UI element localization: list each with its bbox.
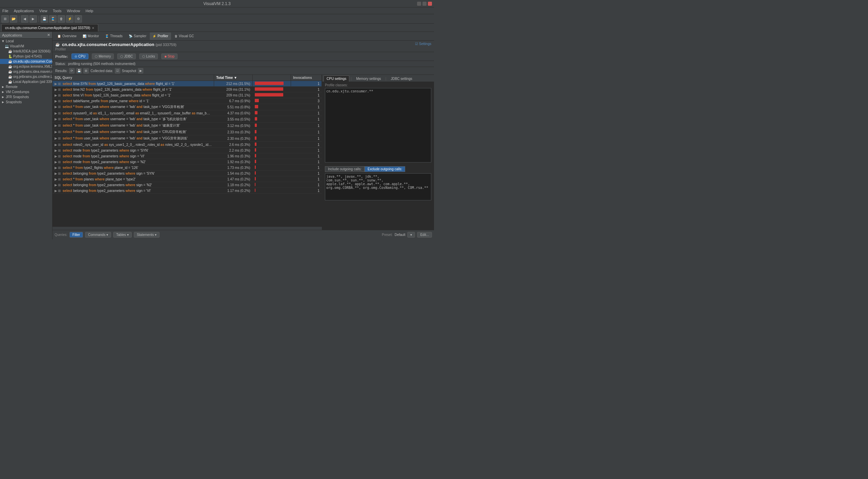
table-row[interactable]: ▶⊞ select belonging from type2_parameter… — [53, 171, 322, 176]
table-row[interactable]: ▶⊞ select tableName_prefix from plane_na… — [53, 98, 322, 104]
expand-arrow[interactable]: ▶ — [55, 154, 57, 158]
minimize-button[interactable] — [417, 2, 421, 6]
col-invocations[interactable]: Invocations — [291, 75, 322, 81]
sidebar-item-local-app[interactable]: ☕ Local Application (pid 339916) — [0, 79, 52, 84]
tab-sampler[interactable]: 📡 Sampler — [126, 32, 149, 40]
gc-button[interactable]: 🗑 — [58, 15, 65, 23]
col-total-time[interactable]: Total Time ▼ — [214, 75, 253, 81]
menu-window[interactable]: Window — [66, 9, 81, 13]
results-save-btn[interactable]: 💾 — [76, 68, 82, 73]
menu-tools[interactable]: Tools — [52, 9, 63, 13]
sidebar-item-visualvm[interactable]: 💻 VisualVM — [0, 44, 52, 49]
table-row[interactable]: ▶⊞ select time.N2 from type2_126_basic_p… — [53, 87, 322, 92]
expand-arrow[interactable]: ▶ — [55, 88, 57, 91]
settings-button[interactable]: ⚙ — [75, 15, 82, 23]
sidebar-collapse-icon[interactable]: ✕ — [47, 33, 50, 37]
expand-arrow[interactable]: ▶ — [55, 111, 57, 115]
results-export-btn[interactable]: ⊞ — [83, 68, 89, 73]
table-row[interactable]: ▶⊞ select time.SYN from type2_126_basic_… — [53, 81, 322, 87]
table-row[interactable]: ▶⊞ select * from user_task where usernam… — [53, 129, 322, 135]
expand-arrow[interactable]: ▶ — [55, 99, 57, 103]
expand-arrow[interactable]: ▶ — [55, 172, 57, 175]
maximize-button[interactable] — [422, 2, 427, 6]
col-sql-query[interactable]: SQL Query — [53, 75, 214, 81]
table-row[interactable]: ▶⊞ select mode from type2_parameters whe… — [53, 148, 322, 153]
expand-arrow[interactable]: ▶ — [55, 149, 57, 152]
table-row[interactable]: ▶⊞ select belonging from type2_parameter… — [53, 188, 322, 194]
table-row[interactable]: ▶⊞ select * from user_task where usernam… — [53, 123, 322, 129]
sidebar-item-jps[interactable]: ☕ org.jetbrains.jps.cmdline.La — [0, 74, 52, 79]
expand-arrow[interactable]: ▶ — [55, 160, 57, 164]
include-outgoing-tab[interactable]: Include outgoing calls: — [325, 166, 365, 172]
filter-btn[interactable]: Filter — [69, 232, 83, 238]
expand-arrow[interactable]: ▶ — [55, 143, 57, 147]
exclude-outgoing-tab[interactable]: Exclude outgoing calls: — [365, 166, 405, 172]
expand-arrow[interactable]: ▶ — [55, 82, 57, 86]
thread-dump-button[interactable]: 🧵 — [49, 15, 57, 23]
statements-btn[interactable]: Statements ▾ — [134, 232, 160, 238]
file-tab[interactable]: cn.edu.xjtu.consumer.ConsumerApplication… — [1, 24, 98, 31]
tab-threads[interactable]: 🧵 Threads — [102, 32, 125, 40]
tables-btn[interactable]: Tables ▾ — [113, 232, 132, 238]
table-row[interactable]: ▶⊞ select * from type2_flights where pla… — [53, 165, 322, 171]
menu-view[interactable]: View — [38, 9, 48, 13]
settings-toggle[interactable]: ☑ Settings — [415, 42, 431, 46]
sidebar-item-local[interactable]: ▼ Local — [0, 39, 52, 44]
table-row[interactable]: ▶⊞ select roles0_.sys_user_id as sys_use… — [53, 142, 322, 148]
forward-button[interactable]: ▶ — [29, 15, 37, 23]
open-button[interactable]: 📂 — [10, 15, 17, 23]
locks-profile-btn[interactable]: Locks — [139, 53, 158, 59]
table-row[interactable]: ▶⊞ select * from user_task where usernam… — [53, 104, 322, 110]
table-row[interactable]: ▶⊞ select mode from type2_parameters whe… — [53, 159, 322, 165]
tab-profiler[interactable]: ⚡ Profiler — [150, 32, 171, 40]
sidebar-item-jfrsnapshots[interactable]: ► JFR Snapshots — [0, 94, 52, 100]
expand-arrow[interactable]: ▶ — [55, 124, 57, 127]
sidebar-item-python[interactable]: 🐍 Python (pid 47543) — [0, 54, 52, 59]
stop-profile-btn[interactable]: ■ Stop — [161, 53, 178, 59]
expand-arrow[interactable]: ▶ — [55, 166, 57, 170]
sidebar-item-snapshots[interactable]: ► Snapshots — [0, 100, 52, 105]
horizontal-scrollbar[interactable] — [53, 226, 322, 230]
heap-dump-button[interactable]: 💾 — [41, 15, 48, 23]
expand-arrow[interactable]: ▶ — [55, 130, 57, 134]
sidebar-item-eclipse[interactable]: ☕ org.eclipse.lemminx.XMLSer — [0, 64, 52, 69]
sidebar-item-consumer[interactable]: ☕ cn.edu.xjtu.consumer.Consu — [0, 59, 52, 64]
tab-overview[interactable]: 📋 Overview — [55, 32, 79, 40]
table-row[interactable]: ▶⊞ select * from planes where plane_type… — [53, 176, 322, 182]
table-row[interactable]: ▶⊞ select time.VI from type2_126_basic_p… — [53, 92, 322, 98]
memory-settings-tab[interactable]: Memory settings — [353, 75, 384, 82]
expand-arrow[interactable]: ▶ — [55, 93, 57, 97]
preset-dropdown-btn[interactable]: ▾ — [407, 232, 415, 238]
snapshot-action-btn[interactable]: ▶ — [138, 68, 143, 73]
commands-btn[interactable]: Commands ▾ — [85, 232, 111, 238]
menu-file[interactable]: File — [1, 9, 9, 13]
menu-applications[interactable]: Applications — [13, 9, 35, 13]
expand-arrow[interactable]: ▶ — [55, 177, 57, 181]
table-row[interactable]: ▶⊞ select * from user_task where usernam… — [53, 135, 322, 142]
sidebar-item-maven[interactable]: ☕ org.jetbrains.idea.maven.se — [0, 69, 52, 74]
tab-monitor[interactable]: 📊 Monitor — [80, 32, 102, 40]
expand-arrow[interactable]: ▶ — [55, 117, 57, 121]
tab-visualgc[interactable]: 🗑 Visual GC — [172, 32, 197, 40]
outgoing-calls-input[interactable]: java.**, javax.**, jdk.**, com.sun.**, s… — [325, 173, 431, 200]
sidebar-item-vmcoredumps[interactable]: ► VM Coredumps — [0, 89, 52, 94]
cpu-profile-btn[interactable]: CPU — [71, 53, 88, 59]
jdbc-settings-tab[interactable]: JDBC settings — [388, 75, 415, 82]
profile-classes-input[interactable]: cn.edu.xjtu.consumer.** — [325, 88, 431, 162]
close-button[interactable] — [428, 2, 432, 6]
snapshot-checkbox[interactable]: ☑ — [115, 68, 120, 73]
memory-profile-btn[interactable]: Memory — [92, 53, 114, 59]
menu-help[interactable]: Help — [85, 9, 95, 13]
sidebar-item-remote[interactable]: ► Remote — [0, 84, 52, 89]
edit-btn[interactable]: Edit... — [417, 232, 432, 238]
jdbc-profile-btn[interactable]: JDBC — [117, 53, 136, 59]
profiler-button[interactable]: ⚡ — [66, 15, 74, 23]
results-refresh-btn[interactable]: ⟳ — [69, 68, 75, 73]
cpu-settings-tab[interactable]: CPU settings — [324, 75, 349, 82]
table-row[interactable]: ▶⊞ select * from user_task where usernam… — [53, 116, 322, 123]
table-row[interactable]: ▶⊞ select belonging from type2_parameter… — [53, 182, 322, 188]
new-button[interactable]: ⊞ — [1, 15, 9, 23]
expand-arrow[interactable]: ▶ — [55, 136, 57, 140]
table-row[interactable]: ▶⊞ select mode from type2_parameters whe… — [53, 153, 322, 159]
back-button[interactable]: ◀ — [21, 15, 28, 23]
